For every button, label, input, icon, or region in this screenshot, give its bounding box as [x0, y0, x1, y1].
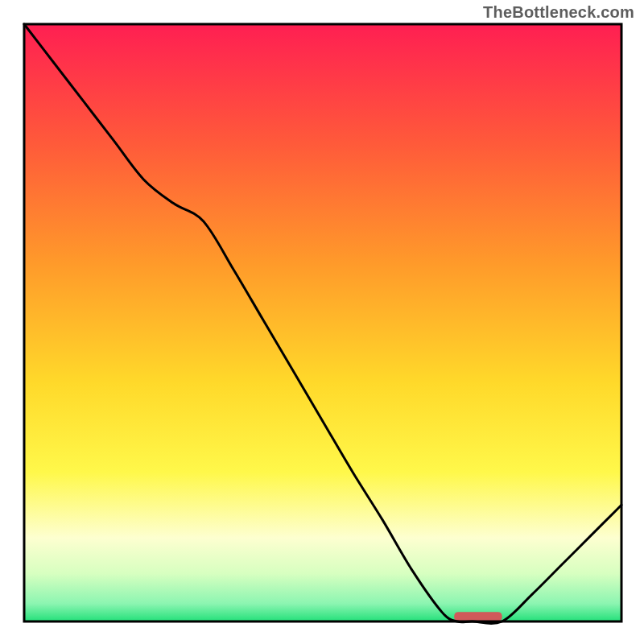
optimum-marker: [454, 612, 502, 621]
plot-background: [24, 24, 621, 621]
chart-container: TheBottleneck.com: [0, 0, 644, 644]
bottleneck-chart-svg: [0, 0, 644, 644]
